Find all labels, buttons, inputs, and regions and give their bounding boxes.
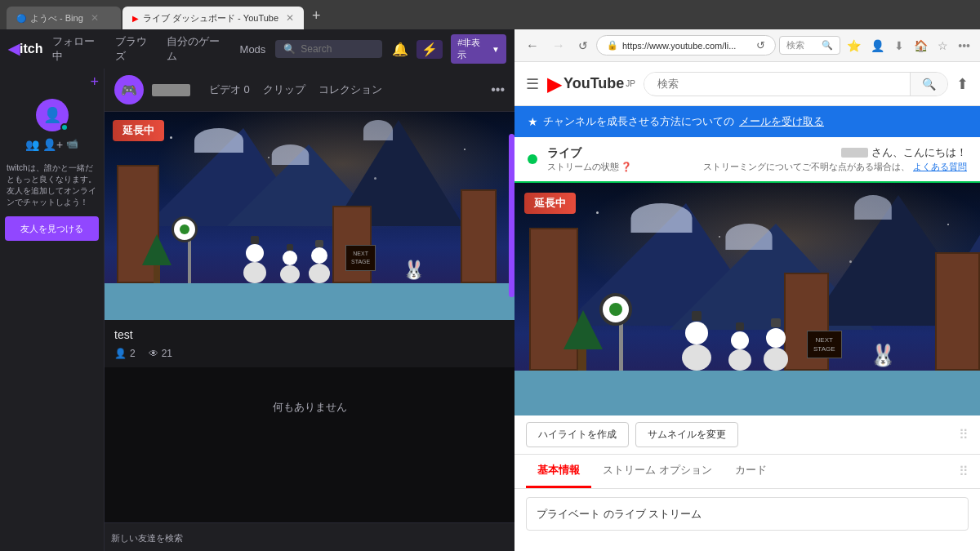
faq-text: ストリーミングについてご不明な点がある場合は、 (703, 162, 910, 171)
sidebar-user-area: 👤 👥 👤+ 📹 (5, 96, 99, 154)
status-question-icon[interactable]: ❓ (621, 162, 632, 172)
youtube-search-input[interactable] (644, 73, 910, 95)
stream-viewers-stat: 👁 21 (149, 348, 172, 359)
new-friends-search-bar: 新しい友達を検索 (105, 522, 514, 551)
channel-tab-clips[interactable]: クリップ (263, 79, 305, 100)
youtube-tabs: 基本情報 ストリーム オプション カード ⠿ (514, 455, 980, 489)
youtube-tab-basic[interactable]: 基本情報 (526, 455, 591, 488)
youtube-upload-icon[interactable]: ⬆ (956, 75, 969, 93)
hidden-badge[interactable]: #非表示 ▼ (451, 34, 506, 64)
twitch-nav-mods[interactable]: Mods (240, 43, 266, 56)
new-friends-label: 新しい友達を検索 (111, 533, 183, 543)
youtube-tab-cards[interactable]: カード (724, 455, 778, 488)
bing-search-box[interactable]: 検索 🔍 (779, 36, 840, 55)
channel-avatar-icon: 🎮 (121, 82, 137, 98)
browser-back-button[interactable]: ← (521, 37, 544, 55)
twitch-sidebar: + 👤 👥 👤+ 📹 twitchは、誰かと一緒だともっ (0, 69, 105, 551)
highlight-button[interactable]: ハイライトを作成 (526, 422, 629, 447)
yt-stream-sign: NEXTSTAGE (807, 331, 842, 358)
search-icon: 🔍 (283, 43, 296, 55)
live-indicator-dot (528, 154, 537, 164)
twitch-nav-mygames[interactable]: 自分のゲーム (167, 34, 229, 64)
youtube-menu-icon[interactable]: ☰ (526, 75, 539, 93)
followers-count: 2 (130, 348, 136, 359)
nav-user-icon[interactable]: 👤 (867, 38, 888, 54)
tabs-drag-icon[interactable]: ⠿ (959, 464, 969, 479)
youtube-logo-icon: ▶ (547, 73, 562, 96)
twitch-panel: ◀ itch フォロー中 ブラウズ 自分のゲーム Mods 🔍 🔔 ⚡ #非表示… (0, 29, 514, 551)
notification-link[interactable]: メールを受け取る (739, 114, 824, 129)
online-indicator (60, 123, 69, 131)
friends-icon[interactable]: 👥 (25, 138, 39, 151)
channel-avatar[interactable]: 🎮 (114, 75, 144, 104)
stream-sign: NEXTSTAGE (345, 245, 376, 271)
avatar-icon: 👤 (43, 106, 61, 124)
lightning-icon[interactable]: ⚡ (416, 40, 443, 59)
address-reload-btn[interactable]: ↺ (756, 39, 765, 51)
stream-info: test 👤 2 👁 21 (105, 320, 514, 367)
dropdown-icon: ▼ (492, 45, 500, 54)
youtube-search-button[interactable]: 🔍 (910, 73, 947, 96)
youtube-live-status: ライブ ストリームの状態 ❓ ■■■■■ さん、こんにちは！ ストリーミングにつ… (514, 137, 980, 183)
youtube-tab-stream-options[interactable]: ストリーム オプション (591, 455, 724, 488)
bing-tab-close[interactable]: ✕ (91, 12, 99, 24)
followers-icon: 👤 (114, 348, 127, 359)
channel-tab-videos[interactable]: ビデオ 0 (209, 79, 250, 100)
notification-icon[interactable]: 🔔 (392, 42, 408, 57)
channel-header: 🎮 ■■■■■■ ビデオ 0 クリップ コレクション ••• (105, 69, 514, 112)
stream-title-field-container: プライベート のライブ ストリーム (526, 497, 969, 531)
sidebar-add-button[interactable]: + (90, 73, 99, 90)
youtube-tab-label: ライブ ダッシュボード - YouTube (143, 12, 278, 24)
nav-download-icon[interactable]: ⬇ (891, 38, 907, 54)
twitch-main-area: 🎮 ■■■■■■ ビデオ 0 クリップ コレクション ••• (105, 69, 514, 551)
youtube-stream-preview[interactable]: NEXTSTAGE 🐰 延長中 (514, 183, 980, 415)
bing-search-icon: 🔍 (822, 40, 833, 51)
twitch-logo[interactable]: ◀ itch (8, 40, 42, 58)
faq-link[interactable]: よくある質問 (913, 162, 967, 171)
actions-drag-icon[interactable]: ⠿ (959, 427, 969, 442)
stream-status-label: ストリームの状態 ❓ (547, 161, 632, 173)
twitch-nav-browse[interactable]: ブラウズ (115, 34, 158, 64)
twitch-search-input[interactable] (301, 43, 374, 55)
live-label: ライブ (547, 146, 632, 161)
channel-name: ■■■■■■ (152, 84, 201, 96)
add-friend-icon[interactable]: 👤+ (42, 138, 63, 151)
browser-tab-bing[interactable]: 🔵 ようべ - Bing ✕ (7, 7, 121, 29)
video-icon[interactable]: 📹 (66, 138, 78, 151)
nav-home-icon[interactable]: 🏠 (911, 38, 931, 54)
browser-navbar: ← → ↺ 🔒 https://www.youtube.com/li... ↺ … (514, 29, 980, 62)
viewers-count: 21 (162, 348, 172, 359)
yt-live-badge: 延長中 (524, 193, 576, 214)
youtube-logo-text: YouTube (564, 75, 624, 92)
nav-star-icon[interactable]: ⭐ (844, 38, 864, 54)
nav-more-icon[interactable]: ••• (955, 38, 973, 54)
youtube-tab-close[interactable]: ✕ (286, 12, 294, 24)
address-bar[interactable]: 🔒 https://www.youtube.com/li... ↺ (596, 35, 776, 56)
notification-text: チャンネルを成長させる方法についての (543, 114, 734, 129)
new-tab-button[interactable]: + (305, 4, 327, 28)
youtube-logo[interactable]: ▶ YouTube JP (547, 73, 635, 96)
twitch-nav-following[interactable]: フォロー中 (52, 34, 105, 64)
find-friends-button[interactable]: 友人を見つける (5, 216, 99, 241)
channel-tab-collections[interactable]: コレクション (318, 79, 382, 100)
scroll-bar[interactable] (509, 134, 514, 297)
viewers-icon: 👁 (149, 348, 158, 359)
twitch-search-container[interactable]: 🔍 (275, 40, 382, 58)
browser-reload-button[interactable]: ↺ (573, 38, 593, 54)
address-text: https://www.youtube.com/li... (622, 41, 752, 51)
channel-more-options[interactable]: ••• (491, 82, 505, 97)
stream-thumbnail[interactable]: NEXTSTAGE 🐰 延長中 (105, 112, 514, 320)
youtube-form: プライベート のライブ ストリーム (514, 489, 980, 551)
sidebar-promo-text: twitchは、誰かと一緒だともっと良くなります。友人を追加してオンラインでチャ… (5, 158, 99, 213)
greeting-text: さん、こんにちは！ (871, 146, 967, 158)
youtube-logo-jp: JP (626, 79, 635, 88)
nav-favorites-icon[interactable]: ☆ (934, 38, 951, 54)
stream-followers-stat: 👤 2 (114, 348, 136, 359)
browser-forward-button[interactable]: → (547, 37, 570, 55)
yt-stream-rabbit: 🐰 (870, 343, 896, 368)
twitch-logo-arrow: ◀ (8, 40, 20, 58)
bing-tab-icon: 🔵 (16, 14, 26, 23)
browser-tab-youtube[interactable]: ▶ ライブ ダッシュボード - YouTube ✕ (122, 7, 304, 29)
stream-live-badge: 延長中 (113, 120, 164, 141)
thumbnail-button[interactable]: サムネイルを変更 (635, 422, 738, 447)
